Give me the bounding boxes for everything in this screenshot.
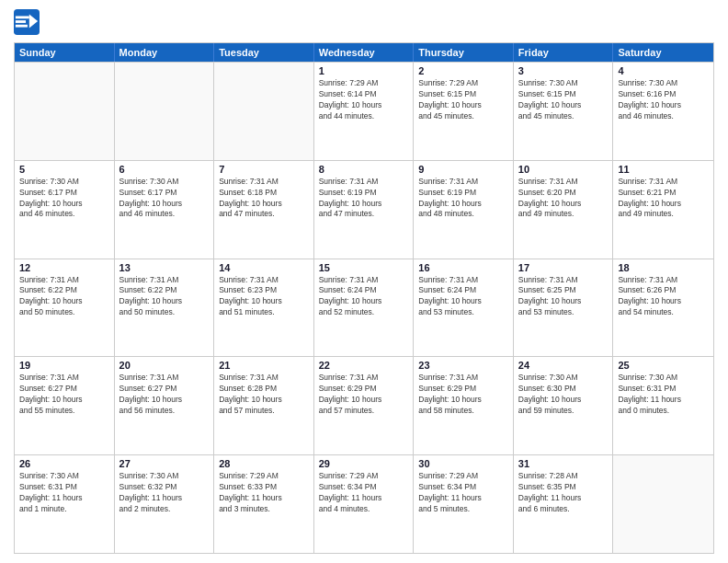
cell-info: Sunrise: 7:30 AM Sunset: 6:30 PM Dayligh… — [518, 373, 609, 417]
header-cell-friday: Friday — [514, 43, 614, 62]
cell-day-number: 31 — [518, 458, 609, 469]
calendar-row-2: 12Sunrise: 7:31 AM Sunset: 6:22 PM Dayli… — [15, 259, 713, 357]
cell-info: Sunrise: 7:30 AM Sunset: 6:16 PM Dayligh… — [618, 78, 709, 122]
cal-cell: 7Sunrise: 7:31 AM Sunset: 6:18 PM Daylig… — [214, 161, 314, 259]
cal-cell: 21Sunrise: 7:31 AM Sunset: 6:28 PM Dayli… — [214, 357, 314, 454]
svg-rect-3 — [16, 20, 26, 23]
cal-cell: 10Sunrise: 7:31 AM Sunset: 6:20 PM Dayli… — [514, 161, 614, 259]
cell-day-number: 30 — [418, 458, 508, 469]
cal-cell — [613, 455, 713, 553]
cal-cell: 15Sunrise: 7:31 AM Sunset: 6:24 PM Dayli… — [314, 259, 415, 357]
cell-day-number: 10 — [518, 164, 609, 175]
calendar-header: SundayMondayTuesdayWednesdayThursdayFrid… — [15, 43, 713, 62]
cell-info: Sunrise: 7:31 AM Sunset: 6:24 PM Dayligh… — [418, 275, 508, 319]
cal-cell: 31Sunrise: 7:28 AM Sunset: 6:35 PM Dayli… — [514, 455, 614, 553]
cal-cell: 16Sunrise: 7:31 AM Sunset: 6:24 PM Dayli… — [414, 259, 514, 357]
cell-info: Sunrise: 7:29 AM Sunset: 6:14 PM Dayligh… — [319, 78, 409, 122]
cell-day-number: 5 — [19, 164, 109, 175]
cal-cell: 25Sunrise: 7:30 AM Sunset: 6:31 PM Dayli… — [613, 357, 713, 454]
cell-info: Sunrise: 7:31 AM Sunset: 6:29 PM Dayligh… — [418, 373, 508, 417]
cal-cell: 11Sunrise: 7:31 AM Sunset: 6:21 PM Dayli… — [613, 161, 713, 259]
header-cell-monday: Monday — [115, 43, 215, 62]
cell-day-number: 18 — [618, 262, 709, 273]
cell-day-number: 26 — [19, 458, 109, 469]
calendar-row-3: 19Sunrise: 7:31 AM Sunset: 6:27 PM Dayli… — [15, 356, 713, 454]
cal-cell — [15, 63, 115, 160]
svg-rect-2 — [16, 16, 29, 18]
cell-day-number: 13 — [119, 262, 210, 273]
cell-info: Sunrise: 7:30 AM Sunset: 6:32 PM Dayligh… — [119, 471, 210, 515]
cal-cell: 5Sunrise: 7:30 AM Sunset: 6:17 PM Daylig… — [15, 161, 115, 259]
cell-day-number: 4 — [618, 65, 709, 76]
cell-day-number: 23 — [418, 360, 508, 371]
cal-cell: 29Sunrise: 7:29 AM Sunset: 6:34 PM Dayli… — [314, 455, 415, 553]
cell-day-number: 29 — [319, 458, 409, 469]
cell-info: Sunrise: 7:29 AM Sunset: 6:15 PM Dayligh… — [418, 78, 508, 122]
cell-info: Sunrise: 7:31 AM Sunset: 6:25 PM Dayligh… — [518, 275, 609, 319]
cell-info: Sunrise: 7:29 AM Sunset: 6:33 PM Dayligh… — [219, 471, 309, 515]
cell-day-number: 15 — [319, 262, 409, 273]
header — [14, 9, 714, 35]
cell-info: Sunrise: 7:30 AM Sunset: 6:31 PM Dayligh… — [618, 373, 709, 417]
cal-cell: 27Sunrise: 7:30 AM Sunset: 6:32 PM Dayli… — [115, 455, 215, 553]
header-cell-tuesday: Tuesday — [214, 43, 314, 62]
cell-info: Sunrise: 7:30 AM Sunset: 6:15 PM Dayligh… — [518, 78, 609, 122]
cal-cell: 19Sunrise: 7:31 AM Sunset: 6:27 PM Dayli… — [15, 357, 115, 454]
calendar-row-0: 1Sunrise: 7:29 AM Sunset: 6:14 PM Daylig… — [15, 62, 713, 160]
cal-cell: 26Sunrise: 7:30 AM Sunset: 6:31 PM Dayli… — [15, 455, 115, 553]
header-cell-thursday: Thursday — [414, 43, 514, 62]
cell-day-number: 2 — [418, 65, 508, 76]
cal-cell: 1Sunrise: 7:29 AM Sunset: 6:14 PM Daylig… — [314, 63, 415, 160]
cal-cell: 18Sunrise: 7:31 AM Sunset: 6:26 PM Dayli… — [613, 259, 713, 357]
cell-info: Sunrise: 7:31 AM Sunset: 6:27 PM Dayligh… — [119, 373, 210, 417]
cell-info: Sunrise: 7:31 AM Sunset: 6:22 PM Dayligh… — [19, 275, 109, 319]
header-cell-saturday: Saturday — [613, 43, 713, 62]
logo-icon — [14, 9, 40, 35]
cell-info: Sunrise: 7:31 AM Sunset: 6:19 PM Dayligh… — [418, 177, 508, 221]
cell-day-number: 14 — [219, 262, 309, 273]
cell-info: Sunrise: 7:28 AM Sunset: 6:35 PM Dayligh… — [518, 471, 609, 515]
cell-day-number: 25 — [618, 360, 709, 371]
cal-cell — [214, 63, 314, 160]
cell-day-number: 21 — [219, 360, 309, 371]
cell-info: Sunrise: 7:29 AM Sunset: 6:34 PM Dayligh… — [319, 471, 409, 515]
cell-info: Sunrise: 7:31 AM Sunset: 6:21 PM Dayligh… — [618, 177, 709, 221]
cal-cell: 28Sunrise: 7:29 AM Sunset: 6:33 PM Dayli… — [214, 455, 314, 553]
cal-cell — [115, 63, 215, 160]
cell-day-number: 27 — [119, 458, 210, 469]
cell-day-number: 6 — [119, 164, 210, 175]
cell-info: Sunrise: 7:29 AM Sunset: 6:34 PM Dayligh… — [418, 471, 508, 515]
cal-cell: 6Sunrise: 7:30 AM Sunset: 6:17 PM Daylig… — [115, 161, 215, 259]
cal-cell: 8Sunrise: 7:31 AM Sunset: 6:19 PM Daylig… — [314, 161, 415, 259]
svg-rect-4 — [16, 25, 28, 28]
calendar-page: SundayMondayTuesdayWednesdayThursdayFrid… — [0, 0, 728, 563]
cell-day-number: 28 — [219, 458, 309, 469]
cell-day-number: 17 — [518, 262, 609, 273]
cell-day-number: 20 — [119, 360, 210, 371]
cell-info: Sunrise: 7:31 AM Sunset: 6:27 PM Dayligh… — [19, 373, 109, 417]
cell-day-number: 3 — [518, 65, 609, 76]
cell-info: Sunrise: 7:31 AM Sunset: 6:20 PM Dayligh… — [518, 177, 609, 221]
cell-day-number: 11 — [618, 164, 709, 175]
cal-cell: 12Sunrise: 7:31 AM Sunset: 6:22 PM Dayli… — [15, 259, 115, 357]
cal-cell: 9Sunrise: 7:31 AM Sunset: 6:19 PM Daylig… — [414, 161, 514, 259]
cal-cell: 23Sunrise: 7:31 AM Sunset: 6:29 PM Dayli… — [414, 357, 514, 454]
logo — [14, 9, 43, 35]
cal-cell: 20Sunrise: 7:31 AM Sunset: 6:27 PM Dayli… — [115, 357, 215, 454]
cell-info: Sunrise: 7:30 AM Sunset: 6:17 PM Dayligh… — [119, 177, 210, 221]
cell-info: Sunrise: 7:31 AM Sunset: 6:18 PM Dayligh… — [219, 177, 309, 221]
cell-day-number: 19 — [19, 360, 109, 371]
cal-cell: 3Sunrise: 7:30 AM Sunset: 6:15 PM Daylig… — [514, 63, 614, 160]
cell-info: Sunrise: 7:31 AM Sunset: 6:29 PM Dayligh… — [319, 373, 409, 417]
cell-info: Sunrise: 7:30 AM Sunset: 6:17 PM Dayligh… — [19, 177, 109, 221]
calendar-row-1: 5Sunrise: 7:30 AM Sunset: 6:17 PM Daylig… — [15, 160, 713, 259]
header-cell-wednesday: Wednesday — [314, 43, 415, 62]
calendar: SundayMondayTuesdayWednesdayThursdayFrid… — [14, 42, 714, 554]
cal-cell: 30Sunrise: 7:29 AM Sunset: 6:34 PM Dayli… — [414, 455, 514, 553]
header-cell-sunday: Sunday — [15, 43, 115, 62]
cell-day-number: 1 — [319, 65, 409, 76]
cell-day-number: 16 — [418, 262, 508, 273]
cell-info: Sunrise: 7:31 AM Sunset: 6:22 PM Dayligh… — [119, 275, 210, 319]
cell-info: Sunrise: 7:31 AM Sunset: 6:19 PM Dayligh… — [319, 177, 409, 221]
cell-day-number: 24 — [518, 360, 609, 371]
